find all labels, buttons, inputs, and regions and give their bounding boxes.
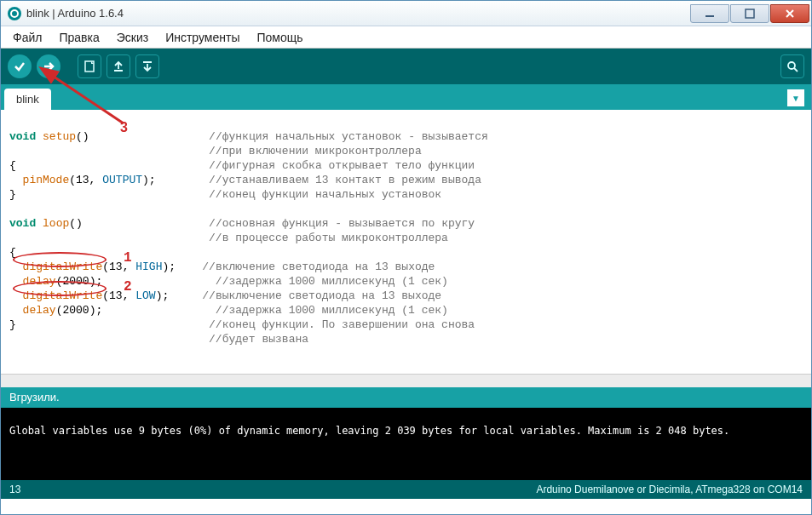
menu-file[interactable]: Файл: [8, 29, 47, 46]
svg-rect-3: [114, 70, 123, 72]
menu-sketch[interactable]: Эскиз: [112, 29, 153, 46]
serial-monitor-button[interactable]: [780, 54, 804, 78]
save-button[interactable]: [135, 54, 159, 78]
menu-help[interactable]: Помощь: [251, 29, 308, 46]
svg-rect-4: [143, 61, 152, 63]
minimize-button[interactable]: [690, 4, 729, 23]
new-button[interactable]: [78, 54, 101, 78]
menu-tools[interactable]: Инструменты: [160, 29, 245, 46]
close-button[interactable]: [770, 4, 809, 23]
menu-bar: Файл Правка Эскиз Инструменты Помощь: [1, 26, 811, 49]
window-titlebar: blink | Arduino 1.6.4: [1, 1, 811, 26]
upload-button[interactable]: [37, 54, 60, 78]
toolbar: [1, 49, 811, 84]
status-line-number: 13: [9, 484, 20, 495]
svg-rect-0: [705, 15, 714, 17]
menu-edit[interactable]: Правка: [54, 29, 104, 46]
output-console[interactable]: Global variables use 9 bytes (0%) of dyn…: [1, 408, 811, 480]
window-title: blink | Arduino 1.6.4: [26, 7, 689, 20]
status-board-info: Arduino Duemilanove or Diecimila, ATmega…: [536, 484, 803, 495]
maximize-button[interactable]: [730, 4, 769, 23]
open-button[interactable]: [107, 54, 130, 78]
arduino-logo-icon: [8, 7, 21, 20]
tab-blink[interactable]: blink: [4, 89, 51, 110]
verify-button[interactable]: [8, 54, 32, 78]
svg-rect-1: [746, 9, 754, 18]
code-editor[interactable]: void setup() //функция начальных установ…: [1, 110, 811, 374]
tab-menu-button[interactable]: ▼: [787, 89, 804, 106]
horizontal-scrollbar[interactable]: [1, 374, 811, 387]
window-controls: [689, 4, 809, 23]
build-status-bar: Вгрузили.: [1, 387, 811, 408]
build-status-text: Вгрузили.: [9, 391, 60, 403]
tab-strip: blink ▼: [1, 84, 811, 110]
code-token: void: [9, 130, 36, 143]
console-line: Global variables use 9 bytes (0%) of dyn…: [9, 425, 803, 437]
svg-point-5: [788, 62, 795, 69]
status-bar: 13 Arduino Duemilanove or Diecimila, ATm…: [1, 480, 811, 499]
